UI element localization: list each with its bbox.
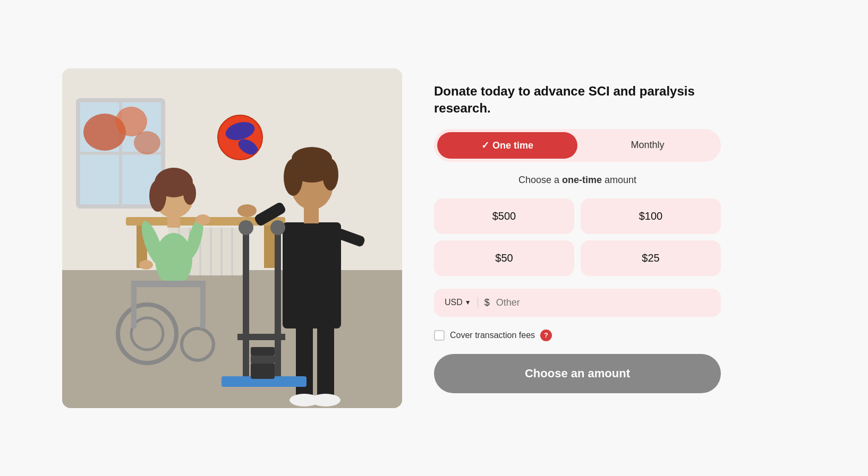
currency-selector[interactable]: USD ▼	[445, 298, 471, 307]
page-title: Donate today to advance SCI and paralysi…	[434, 83, 710, 116]
monthly-toggle-button[interactable]: Monthly	[577, 132, 718, 159]
frequency-toggle: ✓One time Monthly	[434, 129, 721, 162]
svg-point-58	[270, 220, 285, 235]
amount-button-25[interactable]: $25	[581, 240, 721, 276]
svg-rect-40	[283, 222, 341, 328]
dollar-sign: $	[484, 297, 490, 308]
svg-point-23	[149, 180, 166, 212]
svg-rect-48	[304, 207, 319, 223]
svg-point-9	[134, 131, 160, 154]
one-time-toggle-button[interactable]: ✓One time	[437, 132, 577, 159]
svg-point-28	[195, 214, 210, 225]
currency-label: USD	[445, 298, 463, 307]
svg-point-57	[239, 220, 253, 235]
svg-rect-34	[131, 281, 137, 328]
svg-rect-60	[251, 363, 275, 379]
transaction-fees-row: Cover transaction fees ?	[434, 330, 721, 341]
transaction-fees-label: Cover transaction fees	[450, 331, 535, 340]
custom-amount-input[interactable]	[496, 297, 710, 308]
svg-point-49	[237, 204, 257, 217]
svg-point-39	[311, 394, 341, 406]
svg-rect-2	[62, 270, 402, 408]
amount-button-100[interactable]: $100	[581, 198, 721, 234]
svg-rect-62	[251, 347, 275, 356]
hero-image	[62, 68, 402, 408]
svg-point-47	[292, 147, 332, 170]
transaction-fees-checkbox[interactable]	[434, 330, 445, 341]
amount-button-500[interactable]: $500	[434, 198, 574, 234]
svg-rect-61	[251, 355, 275, 364]
chevron-down-icon: ▼	[465, 299, 471, 306]
page-container: Donate today to advance SCI and paralysi…	[62, 68, 806, 408]
svg-rect-54	[243, 228, 249, 376]
svg-rect-33	[131, 281, 206, 287]
svg-rect-25	[167, 216, 180, 228]
svg-rect-37	[317, 323, 334, 397]
info-icon[interactable]: ?	[540, 330, 552, 341]
amount-grid: $500 $100 $50 $25	[434, 198, 721, 276]
svg-point-24	[183, 181, 196, 205]
svg-rect-55	[275, 228, 281, 376]
checkmark-icon: ✓	[481, 140, 489, 151]
cta-button[interactable]: Choose an amount	[434, 354, 721, 393]
svg-rect-35	[200, 281, 206, 328]
donation-form: Donate today to advance SCI and paralysi…	[434, 72, 806, 403]
svg-point-29	[139, 260, 153, 270]
divider	[478, 297, 478, 308]
amount-subtitle: Choose a one-time amount	[434, 175, 721, 186]
amount-button-50[interactable]: $50	[434, 240, 574, 276]
custom-amount-row: USD ▼ $	[434, 289, 721, 317]
svg-rect-56	[237, 334, 285, 340]
